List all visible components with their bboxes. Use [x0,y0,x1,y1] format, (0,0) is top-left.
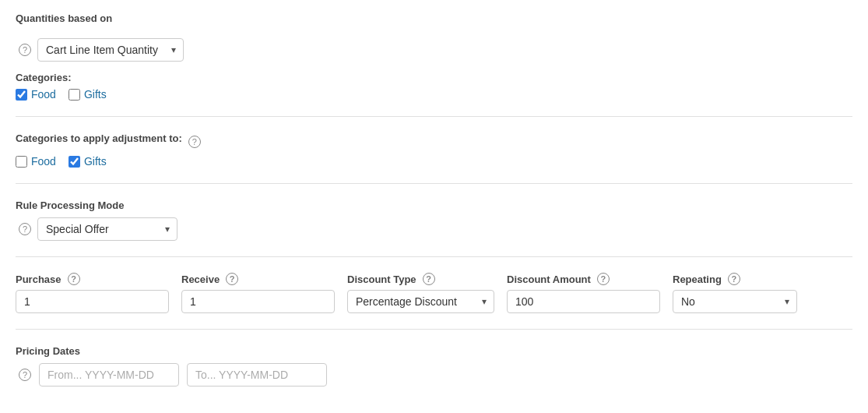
purchase-col: Purchase ? [16,273,169,313]
discount-amount-help-icon[interactable]: ? [597,273,610,285]
receive-header: Receive ? [181,273,335,285]
discount-type-help-icon[interactable]: ? [423,273,435,285]
rule-processing-dropdown-wrapper: Special Offer Discount Fixed Price ▾ [37,217,177,241]
category-gifts-checkbox[interactable] [69,89,80,101]
apply-food-label: Food [31,155,56,168]
discount-type-dropdown[interactable]: Percentage Discount Fixed Amount Discoun… [347,290,494,313]
discount-type-wrapper: Percentage Discount Fixed Amount Discoun… [347,290,494,313]
category-food-item[interactable]: Food [16,88,56,101]
quantities-label: Quantities based on [16,12,112,24]
pricing-dates-help-icon[interactable]: ? [19,369,31,381]
purchase-help-icon[interactable]: ? [68,273,80,285]
receive-col: Receive ? [181,273,335,313]
repeating-col: Repeating ? No Yes ▾ [673,273,797,313]
pricing-dates-label: Pricing Dates [16,345,852,357]
receive-help-icon[interactable]: ? [226,273,238,285]
category-food-label: Food [31,88,56,101]
category-food-checkbox[interactable] [16,89,27,101]
categories-checkboxes: Food Gifts [16,88,852,101]
quantities-section: Quantities based on ? Cart Line Item Qua… [16,12,852,117]
apply-food-item[interactable]: Food [16,155,56,168]
categories-apply-label-row: Categories to apply adjustment to: ? [16,132,852,150]
discount-type-header: Discount Type ? [347,273,494,285]
category-gifts-item[interactable]: Gifts [69,88,107,101]
quantities-dropdown-wrapper: Cart Line Item Quantity Cart Total Quant… [37,38,184,62]
apply-gifts-label: Gifts [84,155,107,168]
discount-amount-col: Discount Amount ? [507,273,660,313]
dates-row: ? [16,363,852,387]
rule-processing-dropdown[interactable]: Special Offer Discount Fixed Price [37,217,177,241]
repeating-help-icon[interactable]: ? [728,273,740,285]
rule-processing-label: Rule Processing Mode [16,199,852,211]
purchase-input[interactable] [16,290,169,313]
pricing-dates-section: Pricing Dates ? [16,345,852,387]
apply-gifts-item[interactable]: Gifts [69,155,107,168]
rule-processing-section: Rule Processing Mode ? Special Offer Dis… [16,199,852,257]
categories-label: Categories: [16,71,852,83]
category-gifts-label: Gifts [84,88,107,101]
quantities-label-row: Quantities based on [16,12,852,30]
discount-row: Purchase ? Receive ? Discount Type ? Per… [16,273,852,313]
quantities-dropdown[interactable]: Cart Line Item Quantity Cart Total Quant… [37,38,184,62]
categories-apply-section: Categories to apply adjustment to: ? Foo… [16,132,852,184]
receive-input[interactable] [181,290,335,313]
discount-amount-header: Discount Amount ? [507,273,660,285]
pricing-dates-to[interactable] [187,363,327,387]
purchase-header: Purchase ? [16,273,169,285]
discount-section: Purchase ? Receive ? Discount Type ? Per… [16,273,852,330]
discount-type-col: Discount Type ? Percentage Discount Fixe… [347,273,494,313]
repeating-dropdown[interactable]: No Yes [673,290,797,313]
quantities-help-icon[interactable]: ? [19,44,31,56]
apply-food-checkbox[interactable] [16,156,27,168]
rule-processing-help-icon[interactable]: ? [19,223,31,235]
discount-amount-input[interactable] [507,290,660,313]
repeating-header: Repeating ? [673,273,797,285]
categories-apply-label: Categories to apply adjustment to: [16,132,182,144]
categories-apply-help-icon[interactable]: ? [188,136,201,148]
categories-apply-checkboxes: Food Gifts [16,155,852,168]
repeating-wrapper: No Yes ▾ [673,290,797,313]
pricing-dates-from[interactable] [39,363,179,387]
apply-gifts-checkbox[interactable] [69,156,80,168]
